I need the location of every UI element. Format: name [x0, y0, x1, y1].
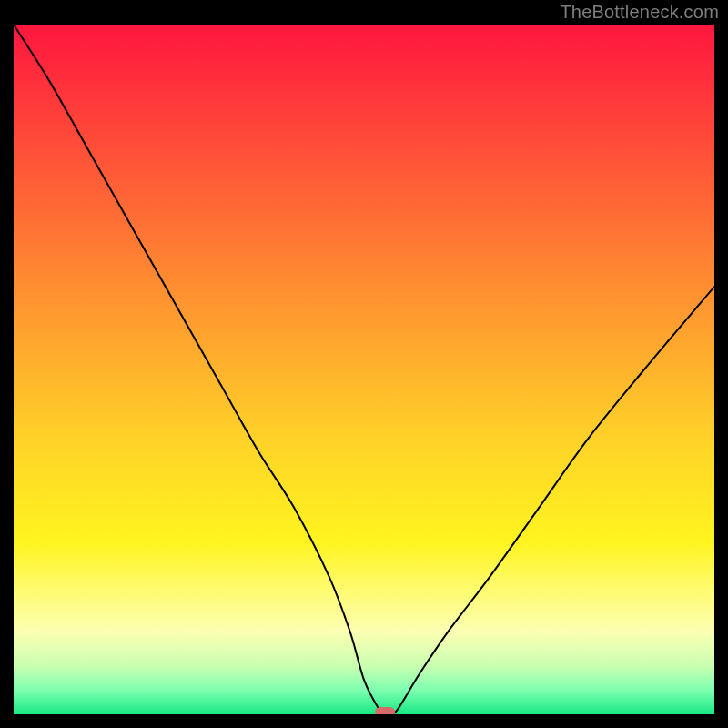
watermark-text: TheBottleneck.com	[560, 2, 719, 23]
optimum-marker	[375, 707, 395, 714]
chart-background	[14, 25, 714, 714]
bottleneck-chart	[14, 25, 714, 714]
chart-frame: TheBottleneck.com	[0, 0, 728, 728]
chart-svg	[14, 25, 714, 714]
